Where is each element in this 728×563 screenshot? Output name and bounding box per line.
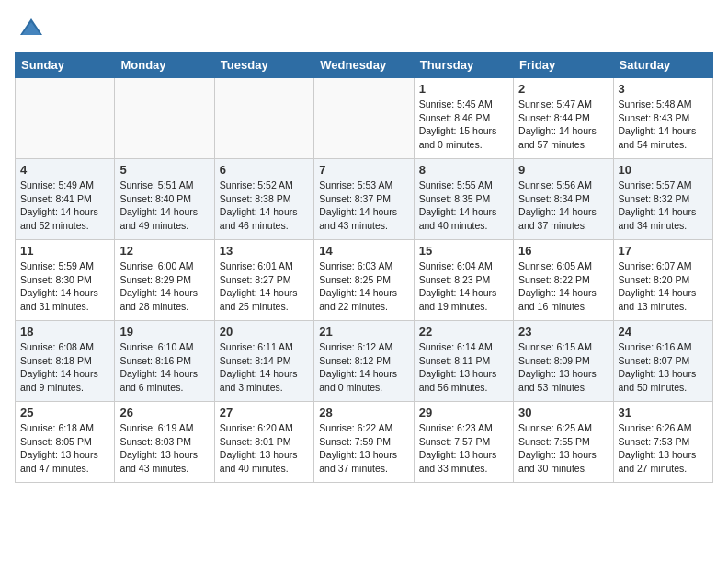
logo-icon bbox=[18, 15, 44, 40]
day-number: 29 bbox=[419, 406, 508, 419]
calendar-cell: 18Sunrise: 6:08 AM Sunset: 8:18 PM Dayli… bbox=[16, 321, 115, 402]
calendar-cell: 2Sunrise: 5:47 AM Sunset: 8:44 PM Daylig… bbox=[514, 78, 613, 159]
day-number: 18 bbox=[20, 325, 109, 339]
page-header bbox=[15, 15, 713, 40]
day-info: Sunrise: 6:16 AM Sunset: 8:07 PM Dayligh… bbox=[619, 340, 708, 395]
calendar-cell bbox=[115, 78, 214, 159]
day-info: Sunrise: 5:53 AM Sunset: 8:37 PM Dayligh… bbox=[319, 178, 408, 233]
calendar-cell: 17Sunrise: 6:07 AM Sunset: 8:20 PM Dayli… bbox=[613, 240, 712, 321]
calendar-cell: 9Sunrise: 5:56 AM Sunset: 8:34 PM Daylig… bbox=[514, 159, 613, 240]
calendar-cell: 16Sunrise: 6:05 AM Sunset: 8:22 PM Dayli… bbox=[514, 240, 613, 321]
calendar-cell: 25Sunrise: 6:18 AM Sunset: 8:05 PM Dayli… bbox=[16, 402, 115, 483]
calendar-cell: 29Sunrise: 6:23 AM Sunset: 7:57 PM Dayli… bbox=[414, 402, 513, 483]
week-row-4: 18Sunrise: 6:08 AM Sunset: 8:18 PM Dayli… bbox=[16, 321, 713, 402]
day-info: Sunrise: 6:15 AM Sunset: 8:09 PM Dayligh… bbox=[518, 340, 608, 395]
calendar-cell: 30Sunrise: 6:25 AM Sunset: 7:55 PM Dayli… bbox=[514, 402, 613, 483]
day-number: 10 bbox=[619, 163, 708, 177]
day-number: 31 bbox=[619, 406, 708, 419]
day-number: 1 bbox=[419, 82, 508, 96]
day-number: 28 bbox=[319, 406, 408, 419]
day-number: 25 bbox=[20, 406, 109, 419]
day-number: 22 bbox=[419, 325, 508, 339]
day-number: 23 bbox=[518, 325, 608, 339]
day-info: Sunrise: 6:14 AM Sunset: 8:11 PM Dayligh… bbox=[419, 340, 508, 395]
calendar-cell: 19Sunrise: 6:10 AM Sunset: 8:16 PM Dayli… bbox=[115, 321, 214, 402]
weekday-header-friday: Friday bbox=[514, 52, 613, 78]
calendar-cell: 1Sunrise: 5:45 AM Sunset: 8:46 PM Daylig… bbox=[414, 78, 513, 159]
day-info: Sunrise: 6:26 AM Sunset: 7:53 PM Dayligh… bbox=[619, 421, 708, 476]
day-info: Sunrise: 6:08 AM Sunset: 8:18 PM Dayligh… bbox=[20, 340, 109, 395]
day-info: Sunrise: 5:51 AM Sunset: 8:40 PM Dayligh… bbox=[119, 178, 209, 233]
calendar-cell: 24Sunrise: 6:16 AM Sunset: 8:07 PM Dayli… bbox=[613, 321, 712, 402]
calendar-cell: 7Sunrise: 5:53 AM Sunset: 8:37 PM Daylig… bbox=[314, 159, 414, 240]
calendar-cell: 22Sunrise: 6:14 AM Sunset: 8:11 PM Dayli… bbox=[414, 321, 513, 402]
calendar-cell bbox=[314, 78, 414, 159]
day-info: Sunrise: 5:56 AM Sunset: 8:34 PM Dayligh… bbox=[518, 178, 608, 233]
day-number: 15 bbox=[419, 244, 508, 258]
day-number: 21 bbox=[319, 325, 408, 339]
calendar-cell bbox=[214, 78, 313, 159]
day-info: Sunrise: 5:49 AM Sunset: 8:41 PM Dayligh… bbox=[20, 178, 109, 233]
day-info: Sunrise: 5:47 AM Sunset: 8:44 PM Dayligh… bbox=[518, 98, 608, 152]
week-row-1: 1Sunrise: 5:45 AM Sunset: 8:46 PM Daylig… bbox=[16, 78, 713, 159]
week-row-2: 4Sunrise: 5:49 AM Sunset: 8:41 PM Daylig… bbox=[16, 159, 713, 240]
calendar-cell: 10Sunrise: 5:57 AM Sunset: 8:32 PM Dayli… bbox=[613, 159, 712, 240]
day-number: 4 bbox=[20, 163, 109, 177]
weekday-header-sunday: Sunday bbox=[16, 52, 115, 78]
day-number: 9 bbox=[518, 163, 608, 177]
day-number: 30 bbox=[518, 406, 608, 419]
weekday-header-saturday: Saturday bbox=[613, 52, 712, 78]
day-number: 27 bbox=[220, 406, 309, 419]
calendar-cell: 5Sunrise: 5:51 AM Sunset: 8:40 PM Daylig… bbox=[115, 159, 214, 240]
calendar-cell: 23Sunrise: 6:15 AM Sunset: 8:09 PM Dayli… bbox=[514, 321, 613, 402]
day-number: 19 bbox=[119, 325, 209, 339]
day-number: 3 bbox=[619, 82, 708, 96]
day-info: Sunrise: 5:48 AM Sunset: 8:43 PM Dayligh… bbox=[619, 98, 708, 152]
day-number: 12 bbox=[119, 244, 209, 258]
day-number: 2 bbox=[518, 82, 608, 96]
weekday-header-monday: Monday bbox=[115, 52, 214, 78]
calendar-cell: 12Sunrise: 6:00 AM Sunset: 8:29 PM Dayli… bbox=[115, 240, 214, 321]
day-info: Sunrise: 6:12 AM Sunset: 8:12 PM Dayligh… bbox=[319, 340, 408, 395]
logo bbox=[15, 15, 44, 40]
week-row-5: 25Sunrise: 6:18 AM Sunset: 8:05 PM Dayli… bbox=[16, 402, 713, 483]
weekday-header-row: SundayMondayTuesdayWednesdayThursdayFrid… bbox=[16, 52, 713, 78]
day-number: 14 bbox=[319, 244, 408, 258]
calendar-cell: 15Sunrise: 6:04 AM Sunset: 8:23 PM Dayli… bbox=[414, 240, 513, 321]
weekday-header-wednesday: Wednesday bbox=[314, 52, 414, 78]
day-info: Sunrise: 6:18 AM Sunset: 8:05 PM Dayligh… bbox=[20, 421, 109, 476]
calendar-cell: 20Sunrise: 6:11 AM Sunset: 8:14 PM Dayli… bbox=[214, 321, 313, 402]
day-info: Sunrise: 6:04 AM Sunset: 8:23 PM Dayligh… bbox=[419, 259, 508, 314]
day-number: 7 bbox=[319, 163, 408, 177]
calendar-cell: 26Sunrise: 6:19 AM Sunset: 8:03 PM Dayli… bbox=[115, 402, 214, 483]
day-number: 16 bbox=[518, 244, 608, 258]
day-info: Sunrise: 6:03 AM Sunset: 8:25 PM Dayligh… bbox=[319, 259, 408, 314]
day-info: Sunrise: 6:19 AM Sunset: 8:03 PM Dayligh… bbox=[119, 421, 209, 476]
day-info: Sunrise: 6:05 AM Sunset: 8:22 PM Dayligh… bbox=[518, 259, 608, 314]
day-info: Sunrise: 6:11 AM Sunset: 8:14 PM Dayligh… bbox=[220, 340, 309, 395]
calendar-cell: 13Sunrise: 6:01 AM Sunset: 8:27 PM Dayli… bbox=[214, 240, 313, 321]
calendar-cell: 4Sunrise: 5:49 AM Sunset: 8:41 PM Daylig… bbox=[16, 159, 115, 240]
calendar-cell: 14Sunrise: 6:03 AM Sunset: 8:25 PM Dayli… bbox=[314, 240, 414, 321]
day-number: 24 bbox=[619, 325, 708, 339]
calendar-cell: 21Sunrise: 6:12 AM Sunset: 8:12 PM Dayli… bbox=[314, 321, 414, 402]
day-number: 8 bbox=[419, 163, 508, 177]
calendar-cell: 11Sunrise: 5:59 AM Sunset: 8:30 PM Dayli… bbox=[16, 240, 115, 321]
calendar-cell: 3Sunrise: 5:48 AM Sunset: 8:43 PM Daylig… bbox=[613, 78, 712, 159]
day-info: Sunrise: 5:55 AM Sunset: 8:35 PM Dayligh… bbox=[419, 178, 508, 233]
day-number: 20 bbox=[220, 325, 309, 339]
day-number: 13 bbox=[220, 244, 309, 258]
day-info: Sunrise: 5:57 AM Sunset: 8:32 PM Dayligh… bbox=[619, 178, 708, 233]
calendar-cell bbox=[16, 78, 115, 159]
day-info: Sunrise: 5:59 AM Sunset: 8:30 PM Dayligh… bbox=[20, 259, 109, 314]
calendar-cell: 27Sunrise: 6:20 AM Sunset: 8:01 PM Dayli… bbox=[214, 402, 313, 483]
day-info: Sunrise: 6:01 AM Sunset: 8:27 PM Dayligh… bbox=[220, 259, 309, 314]
day-info: Sunrise: 6:25 AM Sunset: 7:55 PM Dayligh… bbox=[518, 421, 608, 476]
day-info: Sunrise: 5:45 AM Sunset: 8:46 PM Dayligh… bbox=[419, 98, 508, 152]
day-number: 11 bbox=[20, 244, 109, 258]
day-info: Sunrise: 6:10 AM Sunset: 8:16 PM Dayligh… bbox=[119, 340, 209, 395]
day-info: Sunrise: 6:07 AM Sunset: 8:20 PM Dayligh… bbox=[619, 259, 708, 314]
day-number: 6 bbox=[220, 163, 309, 177]
day-number: 5 bbox=[119, 163, 209, 177]
day-info: Sunrise: 6:00 AM Sunset: 8:29 PM Dayligh… bbox=[119, 259, 209, 314]
